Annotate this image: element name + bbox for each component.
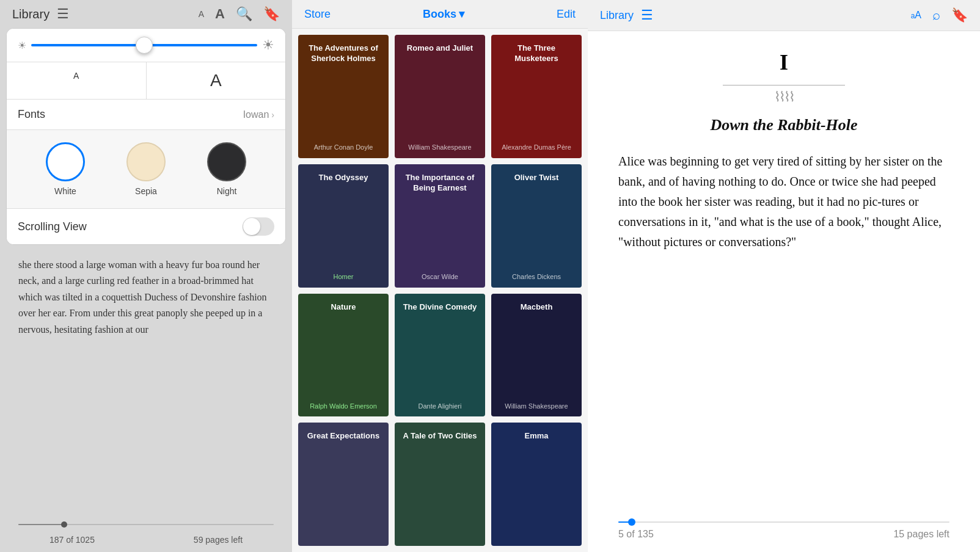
settings-popup: ☀ ☀ A A Fonts Iowan › White [6,28,286,245]
right-header: Library ☰ aA ⌕ 🔖 [588,0,980,31]
dropdown-icon: ▾ [459,7,464,21]
brightness-thumb[interactable] [136,37,153,54]
book-romeo[interactable]: Romeo and Juliet William Shakespeare [395,35,485,158]
fonts-value: Iowan › [243,109,274,120]
book-progress-fill [18,524,64,525]
reader-text: Alice was beginning to get very tired of… [618,151,949,252]
scrolling-row: Scrolling View [7,209,285,244]
scrolling-toggle[interactable] [243,217,274,236]
book-author [401,535,479,540]
brightness-low-icon: ☀ [18,40,26,51]
toggle-thumb [243,218,260,235]
books-label: Books [423,8,456,21]
brightness-slider[interactable] [31,44,257,46]
book-author: Homer [304,267,382,281]
font-settings-button[interactable]: aA [911,10,921,21]
book-title: Macbeth [497,302,576,313]
middle-panel: Store Books ▾ Edit The Adventures of She… [292,0,588,552]
fonts-label: Fonts [18,108,45,121]
store-button[interactable]: Store [304,8,331,21]
book-title: Great Expectations [304,431,382,441]
book-title: Oliver Twist [497,173,576,183]
book-author: Charles Dickens [497,267,576,281]
book-title: The Adventures of Sherlock Holmes [304,43,382,64]
reader-progress-bar[interactable] [618,521,949,523]
book-text: she there stood a large woman with a hea… [18,257,274,338]
fonts-current: Iowan [243,109,269,120]
chapter-divider [723,85,845,85]
night-theme-circle [207,142,246,181]
brightness-high-icon: ☀ [262,37,274,53]
edit-button[interactable]: Edit [557,8,576,21]
reader-pages-left: 15 pages left [893,529,949,540]
book-emma[interactable]: Emma [491,423,582,546]
book-nature[interactable]: Nature Ralph Waldo Emerson [298,294,389,417]
book-title: The Importance of Being Earnest [401,173,479,194]
middle-header: Store Books ▾ Edit [292,0,588,29]
book-earnest[interactable]: The Importance of Being Earnest Oscar Wi… [395,164,485,288]
font-decrease-button[interactable]: A [7,62,147,99]
book-footer: 187 of 1025 59 pages left [0,535,292,545]
book-progress-thumb [61,521,67,528]
reader-progress-area: 5 of 135 15 pages left [618,521,949,540]
book-great[interactable]: Great Expectations [298,423,389,546]
night-theme-label: Night [217,186,237,196]
book-divine[interactable]: The Divine Comedy Dante Alighieri [395,294,485,417]
reader-page-progress: 5 of 135 [618,529,654,540]
list-icon[interactable]: ☰ [57,6,69,22]
theme-white[interactable]: White [46,142,85,196]
library-label[interactable]: Library [12,7,49,21]
fonts-chevron-icon: › [271,110,274,120]
sepia-theme-label: Sepia [135,186,157,196]
reader-progress-thumb [628,518,635,526]
book-macbeth[interactable]: Macbeth William Shakespeare [491,294,582,417]
book-author: Alexandre Dumas Père [497,138,576,151]
book-page-progress: 187 of 1025 [49,535,95,545]
reader-area: I ⌇⌇⌇⌇ Down the Rabbit-Hole Alice was be… [588,31,980,552]
book-content-area: she there stood a large woman with a hea… [0,251,292,552]
search-button[interactable]: ⌕ [932,7,940,23]
book-title: The Three Musketeers [497,43,576,64]
right-panel: Library ☰ aA ⌕ 🔖 I ⌇⌇⌇⌇ Down the Rabbit-… [588,0,980,552]
book-musketeers[interactable]: The Three Musketeers Alexandre Dumas Pèr… [491,35,582,158]
book-author: Dante Alighieri [401,397,479,410]
bookmark-icon[interactable]: 🔖 [263,6,280,22]
book-odyssey[interactable]: The Odyssey Homer [298,164,389,288]
book-oliver[interactable]: Oliver Twist Charles Dickens [491,164,582,288]
theme-row: White Sepia Night [7,130,285,209]
font-size-header: A [199,9,204,19]
sepia-theme-circle [126,142,166,181]
book-title: A Tale of Two Cities [401,431,479,441]
book-pages-left: 59 pages left [194,535,243,545]
book-sherlock[interactable]: The Adventures of Sherlock Holmes Arthur… [298,35,389,158]
book-tale[interactable]: A Tale of Two Cities [395,423,485,546]
brightness-row: ☀ ☀ [7,29,285,62]
list-icon[interactable]: ☰ [641,7,653,23]
font-size-header-large: A [215,6,225,22]
theme-night[interactable]: Night [207,142,246,196]
books-menu-button[interactable]: Books ▾ [423,7,464,21]
book-title: The Odyssey [304,173,382,183]
bookmark-button[interactable]: 🔖 [951,7,968,23]
fonts-row[interactable]: Fonts Iowan › [7,100,285,130]
font-increase-button[interactable]: A [147,62,286,99]
book-title: The Divine Comedy [401,302,479,313]
reader-footer: 5 of 135 15 pages left [618,529,949,540]
library-button[interactable]: Library [600,9,634,22]
divider-ornament: ⌇⌇⌇⌇ [774,89,794,105]
search-icon[interactable]: 🔍 [236,6,252,22]
left-header-left: Library ☰ [12,6,69,22]
book-author: William Shakespeare [497,397,576,410]
book-title: Romeo and Juliet [401,43,479,54]
text-cursor-icon: I [780,49,788,75]
theme-sepia[interactable]: Sepia [126,142,166,196]
book-author: Oscar Wilde [401,267,479,281]
font-size-row: A A [7,62,285,100]
white-theme-circle [46,142,85,181]
book-progress-bar[interactable] [18,524,274,525]
scrolling-label: Scrolling View [18,220,87,233]
book-author: William Shakespeare [401,138,479,151]
book-author [497,535,576,540]
book-author [304,535,382,540]
header-right-icons: A A 🔍 🔖 [199,6,280,22]
